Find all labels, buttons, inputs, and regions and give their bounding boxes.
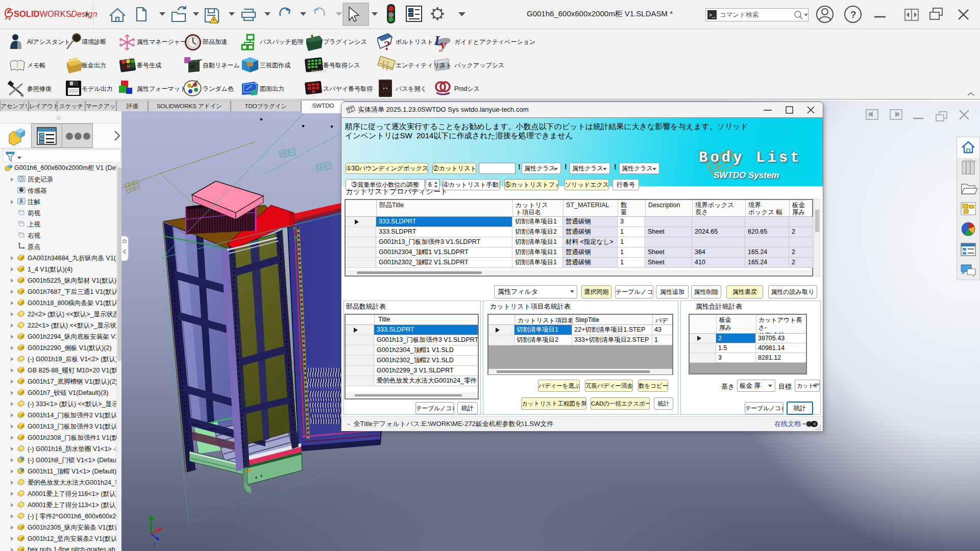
svg-text:y: y [439, 37, 447, 52]
svg-text:?: ? [850, 9, 856, 20]
svg-text:Z: Z [153, 542, 156, 546]
svg-text:SYSTEM: SYSTEM [311, 69, 326, 73]
svg-text:?: ? [384, 38, 390, 53]
svg-text:SOLIDWORKS: SOLIDWORKS [14, 9, 71, 18]
svg-text:X: X [160, 525, 163, 530]
